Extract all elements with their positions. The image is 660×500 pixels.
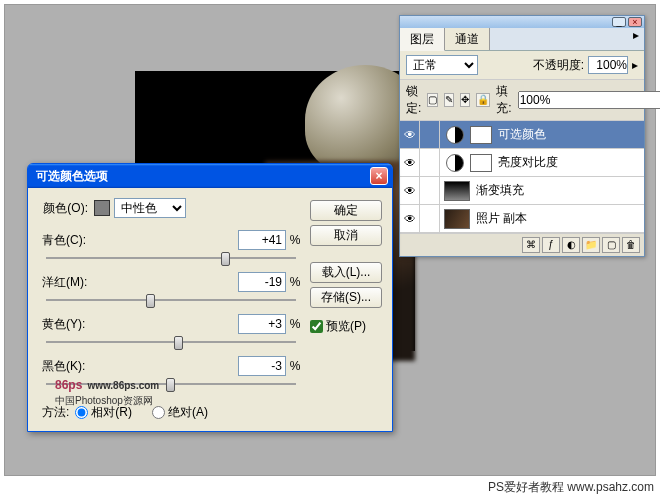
black-input[interactable] <box>238 356 286 376</box>
cyan-input[interactable] <box>238 230 286 250</box>
visibility-icon[interactable]: 👁 <box>400 149 420 176</box>
load-button[interactable]: 载入(L)... <box>310 262 382 283</box>
dialog-titlebar[interactable]: 可选颜色选项 × <box>28 164 392 188</box>
visibility-icon[interactable]: 👁 <box>400 205 420 232</box>
lock-label: 锁定: <box>406 83 421 117</box>
cancel-button[interactable]: 取消 <box>310 225 382 246</box>
percent-label: % <box>286 359 304 373</box>
layer-mask-button-icon[interactable]: ◐ <box>562 237 580 253</box>
tab-layers[interactable]: 图层 <box>400 28 445 51</box>
adjustment-icon <box>446 154 464 172</box>
color-swatch <box>94 200 110 216</box>
preview-label: 预览(P) <box>326 318 366 335</box>
magenta-label: 洋红(M): <box>38 274 102 291</box>
ok-button[interactable]: 确定 <box>310 200 382 221</box>
magenta-slider[interactable] <box>46 292 296 310</box>
visibility-icon[interactable]: 👁 <box>400 121 420 148</box>
minimize-icon[interactable]: _ <box>612 17 626 27</box>
lock-all-icon[interactable]: 🔒 <box>476 93 490 107</box>
method-label: 方法: <box>42 404 69 421</box>
layer-name[interactable]: 可选颜色 <box>496 126 644 143</box>
percent-label: % <box>286 275 304 289</box>
new-group-icon[interactable]: 📁 <box>582 237 600 253</box>
fill-input[interactable] <box>518 91 660 109</box>
yellow-slider[interactable] <box>46 334 296 352</box>
colors-label: 颜色(O): <box>38 200 94 217</box>
link-column[interactable] <box>420 205 440 232</box>
save-button[interactable]: 存储(S)... <box>310 287 382 308</box>
layer-mask-icon[interactable] <box>470 154 492 172</box>
tab-channels[interactable]: 通道 <box>445 28 490 50</box>
blend-row: 正常 不透明度: ▸ <box>400 51 644 79</box>
selective-color-dialog: 可选颜色选项 × 颜色(O): 中性色 青色(C): % 洋红(M): <box>27 163 393 432</box>
opacity-input[interactable] <box>588 56 628 74</box>
layer-style-icon[interactable]: ƒ <box>542 237 560 253</box>
layer-mask-icon[interactable] <box>470 126 492 144</box>
visibility-icon[interactable]: 👁 <box>400 177 420 204</box>
panel-tabs: 图层 通道 ▸ <box>400 28 644 51</box>
dialog-title: 可选颜色选项 <box>32 168 370 185</box>
layer-row[interactable]: 👁 渐变填充 <box>400 177 644 205</box>
percent-label: % <box>286 233 304 247</box>
magenta-input[interactable] <box>238 272 286 292</box>
link-column[interactable] <box>420 177 440 204</box>
link-column[interactable] <box>420 149 440 176</box>
layer-row[interactable]: 👁 亮度对比度 <box>400 149 644 177</box>
preview-checkbox[interactable] <box>310 320 323 333</box>
panel-footer: ⌘ ƒ ◐ 📁 ▢ 🗑 <box>400 233 644 256</box>
fill-label: 填充: <box>496 83 511 117</box>
app-background: _ × 图层 通道 ▸ 正常 不透明度: ▸ 锁定: ▢ ✎ ✥ 🔒 填充: ▸… <box>4 4 656 476</box>
layers-panel: _ × 图层 通道 ▸ 正常 不透明度: ▸ 锁定: ▢ ✎ ✥ 🔒 填充: ▸… <box>399 15 645 257</box>
cyan-slider[interactable] <box>46 250 296 268</box>
lock-row: 锁定: ▢ ✎ ✥ 🔒 填充: ▸ <box>400 79 644 121</box>
yellow-label: 黄色(Y): <box>38 316 102 333</box>
close-icon[interactable]: × <box>628 17 642 27</box>
layer-name[interactable]: 渐变填充 <box>474 182 644 199</box>
close-icon[interactable]: × <box>370 167 388 185</box>
method-absolute-radio[interactable]: 绝对(A) <box>152 404 214 421</box>
black-label: 黑色(K): <box>38 358 102 375</box>
chevron-right-icon[interactable]: ▸ <box>632 58 638 72</box>
new-layer-icon[interactable]: ▢ <box>602 237 620 253</box>
layer-name[interactable]: 照片 副本 <box>474 210 644 227</box>
method-relative-radio[interactable]: 相对(R) <box>75 404 138 421</box>
adjustment-icon <box>446 126 464 144</box>
link-layers-icon[interactable]: ⌘ <box>522 237 540 253</box>
percent-label: % <box>286 317 304 331</box>
blend-mode-select[interactable]: 正常 <box>406 55 478 75</box>
opacity-label: 不透明度: <box>533 57 584 74</box>
gradient-thumb-icon <box>444 181 470 201</box>
colors-select[interactable]: 中性色 <box>114 198 186 218</box>
layer-row[interactable]: 👁 照片 副本 <box>400 205 644 233</box>
layer-name[interactable]: 亮度对比度 <box>496 154 644 171</box>
cyan-label: 青色(C): <box>38 232 102 249</box>
page-footer-text: PS爱好者教程 www.psahz.com <box>488 479 654 496</box>
link-column[interactable] <box>420 121 440 148</box>
layer-row[interactable]: 👁 可选颜色 <box>400 121 644 149</box>
lock-pixels-icon[interactable]: ✎ <box>444 93 454 107</box>
lock-position-icon[interactable]: ✥ <box>460 93 470 107</box>
layer-list: 👁 可选颜色 👁 亮度对比度 👁 渐变填充 👁 <box>400 121 644 233</box>
delete-layer-icon[interactable]: 🗑 <box>622 237 640 253</box>
lock-transparent-icon[interactable]: ▢ <box>427 93 438 107</box>
black-slider[interactable] <box>46 376 296 394</box>
yellow-input[interactable] <box>238 314 286 334</box>
panel-menu-icon[interactable]: ▸ <box>628 28 644 50</box>
layer-thumb-icon <box>444 209 470 229</box>
panel-titlebar[interactable]: _ × <box>400 16 644 28</box>
